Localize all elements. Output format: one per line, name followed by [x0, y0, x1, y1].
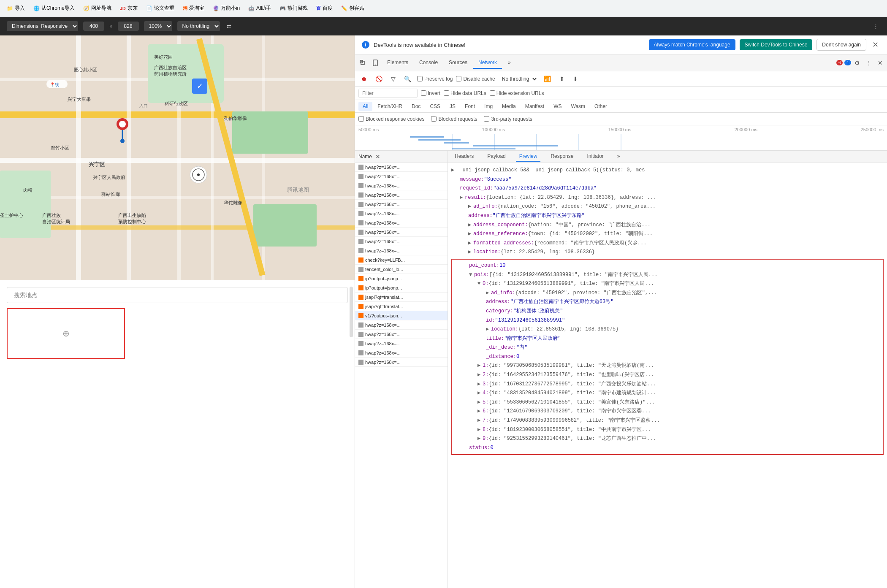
filter-btn[interactable]: ▽: [388, 74, 398, 84]
width-input[interactable]: [83, 22, 104, 31]
json-line[interactable]: ▶ formatted_addresses: {recommend: "南宁市兴…: [451, 239, 884, 248]
type-css[interactable]: CSS: [426, 102, 445, 111]
list-item[interactable]: hwap?z=168x=...: [355, 330, 448, 339]
json-line[interactable]: id: "131291924605613889991": [452, 316, 883, 325]
json-line[interactable]: title: "南宁市兴宁区人民政府": [452, 334, 883, 344]
type-ws[interactable]: WS: [549, 102, 566, 111]
match-language-button[interactable]: Always match Chrome's language: [649, 39, 735, 50]
list-item[interactable]: hwap?z=168x=...: [355, 209, 448, 218]
json-line[interactable]: ▶ location: {lat: 22.853615, lng: 108.36…: [452, 325, 883, 334]
list-item[interactable]: ip?output=jsonp...: [355, 283, 448, 293]
dont-show-again-button[interactable]: Don't show again: [816, 39, 866, 51]
list-item[interactable]: hwap?z=168x=...: [355, 339, 448, 348]
json-line[interactable]: ▶ 5: {id: "55330605627101041855", title:…: [452, 398, 883, 407]
close-panel-btn[interactable]: ✕: [375, 153, 380, 160]
json-line[interactable]: poi_count: 10: [452, 261, 883, 271]
type-media[interactable]: Media: [498, 102, 520, 111]
json-line[interactable]: ▶ address_component: {nation: "中国", prov…: [451, 221, 884, 230]
devtools-inspect-btn[interactable]: [357, 58, 369, 68]
list-item[interactable]: jsapi?qt=translat...: [355, 293, 448, 302]
bookmark-jd[interactable]: JD 京东: [117, 3, 141, 14]
download-btn[interactable]: ⬇: [570, 74, 580, 84]
devtools-device-btn[interactable]: [369, 58, 381, 68]
devtools-dots-btn[interactable]: ⋮: [863, 58, 874, 68]
json-line[interactable]: address: "广西壮族自治区南宁市兴宁区廊竹大道63号": [452, 298, 883, 307]
search-input[interactable]: [7, 287, 348, 303]
bookmark-ai[interactable]: 🤖 AI助手: [245, 3, 274, 14]
json-line[interactable]: ▼ 0: {id: "131291924605613889991", title…: [452, 279, 883, 289]
json-line[interactable]: ▶ 3: {id: "16703122736772578995", title:…: [452, 380, 883, 389]
zoom-select[interactable]: 100%: [144, 21, 172, 31]
bookmark-baidu[interactable]: 百 百度: [313, 3, 336, 14]
hide-data-checkbox[interactable]: [444, 90, 449, 96]
bookmark-nav[interactable]: 🧭 网址导航: [80, 3, 115, 14]
invert-checkbox[interactable]: [421, 90, 426, 96]
record-btn[interactable]: ⏺: [358, 74, 369, 84]
list-item[interactable]: hwap?z=168x=...: [355, 190, 448, 200]
json-line[interactable]: ▶ address_reference: {town: {id: "450102…: [451, 230, 884, 239]
list-item[interactable]: hwap?z=168x=...: [355, 200, 448, 209]
rotation-btn[interactable]: ⇄: [225, 22, 233, 31]
switch-chinese-button[interactable]: Switch DevTools to Chinese: [740, 39, 813, 50]
devtools-close-btn[interactable]: ✕: [875, 58, 885, 68]
list-item[interactable]: hwap?z=168x=...: [355, 320, 448, 330]
tab-response[interactable]: Response: [547, 152, 577, 162]
json-line[interactable]: ▶ 1: {id: "99730506850535199981", title:…: [452, 361, 883, 371]
json-line[interactable]: status: 0: [452, 444, 883, 453]
list-item[interactable]: hwap?z=168x=...: [355, 228, 448, 237]
list-item[interactable]: hwap?z=168x=...: [355, 237, 448, 246]
tab-elements[interactable]: Elements: [382, 57, 413, 69]
throttling-select[interactable]: No throttling: [499, 75, 538, 83]
json-line[interactable]: ▶ result: {location: {lat: 22.85429, lng…: [451, 193, 884, 203]
clear-btn[interactable]: 🚫: [373, 74, 385, 84]
json-line[interactable]: ▶ 2: {id: "16429552342123559476", title:…: [452, 371, 883, 380]
devtools-settings-btn[interactable]: ⚙: [852, 58, 863, 68]
json-line[interactable]: ▼ pois: [{id: "131291924605613889991", t…: [452, 271, 883, 280]
blocked-requests-checkbox[interactable]: [431, 116, 437, 122]
throttle-select[interactable]: No throttling: [177, 21, 220, 31]
json-line[interactable]: ▶ 6: {id: "12461679069303709209", title:…: [452, 407, 883, 416]
json-line[interactable]: ▶ location: {lat: 22.85429, lng: 108.363…: [451, 248, 884, 257]
list-item[interactable]: hwap?z=168x=...: [355, 163, 448, 172]
tab-more[interactable]: »: [503, 57, 516, 69]
type-font[interactable]: Font: [461, 102, 479, 111]
upload-btn[interactable]: ⬆: [557, 74, 567, 84]
type-manifest[interactable]: Manifest: [521, 102, 548, 111]
list-item[interactable]: check?key=LLFB...: [355, 255, 448, 265]
list-item-selected[interactable]: v1/?output=json...: [355, 311, 448, 320]
filter-input[interactable]: [358, 89, 418, 98]
type-fetch-xhr[interactable]: Fetch/XHR: [373, 102, 407, 111]
json-line[interactable]: ▶ 8: {id: "18192300030668058551", title:…: [452, 425, 883, 435]
type-img[interactable]: Img: [480, 102, 497, 111]
json-line[interactable]: category: "机构团体:政府机关": [452, 307, 883, 316]
tab-headers[interactable]: Headers: [451, 152, 477, 162]
json-line[interactable]: ▶ 7: {id: "17490083839593099996582", tit…: [452, 416, 883, 425]
type-other[interactable]: Other: [590, 102, 611, 111]
list-item[interactable]: hwap?z=168x=...: [355, 348, 448, 358]
bookmark-create[interactable]: ✏️ 创客贴: [338, 3, 368, 14]
json-line[interactable]: ▶ ad_info: {adcode: "450102", province: …: [452, 289, 883, 298]
banner-close-button[interactable]: ✕: [871, 40, 880, 49]
bookmark-taobao[interactable]: 淘 爱淘宝: [179, 3, 208, 14]
type-all[interactable]: All: [358, 102, 372, 111]
tab-network[interactable]: Network: [473, 57, 502, 69]
list-item[interactable]: jsapi?qt=translat...: [355, 302, 448, 311]
json-line[interactable]: message: "Success": [451, 175, 884, 184]
type-doc[interactable]: Doc: [407, 102, 425, 111]
tab-more-preview[interactable]: »: [614, 152, 624, 162]
list-item[interactable]: tencent_color_lo...: [355, 265, 448, 274]
json-line[interactable]: _distance: 0: [452, 352, 883, 362]
tab-initiator[interactable]: Initiator: [583, 152, 607, 162]
list-item[interactable]: ip?output=jsonp...: [355, 274, 448, 283]
wifi-btn[interactable]: 📶: [541, 74, 553, 84]
third-party-checkbox[interactable]: [484, 116, 489, 122]
list-item[interactable]: hwap?z=168x=...: [355, 246, 448, 255]
bookmark-game[interactable]: 🎮 热门游戏: [276, 3, 311, 14]
disable-cache-checkbox[interactable]: [456, 76, 461, 81]
list-item[interactable]: hwap?z=168x=...: [355, 172, 448, 181]
dimensions-select[interactable]: Dimensions: Responsive: [7, 21, 78, 31]
type-wasm[interactable]: Wasm: [567, 102, 590, 111]
json-line[interactable]: ▶ __uni_jsonp_callback_5&&__uni_jsonp_ca…: [451, 166, 884, 175]
list-item[interactable]: hwap?z=168x=...: [355, 218, 448, 228]
json-line[interactable]: ▶ 4: {id: "48313520484594021899", title:…: [452, 389, 883, 398]
